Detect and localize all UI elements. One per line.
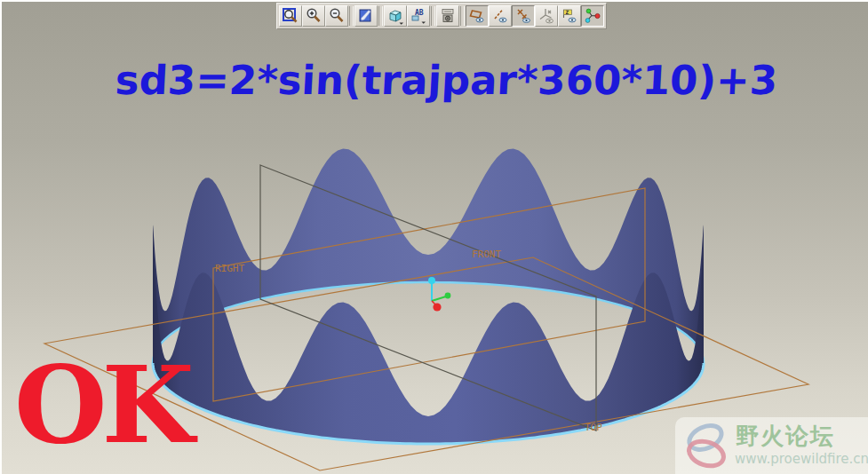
datum-label-top[interactable]: TOP [585,422,602,433]
wildfire-logo-icon [679,419,734,474]
watermark: 野火论坛 www.proewildfire.cn [675,417,868,474]
relation-annotation: sd3=2*sin(trajpar*360*10)+3 [0,57,868,104]
ok-annotation: OK [14,352,189,458]
datum-label-right[interactable]: RIGHT [215,263,244,274]
proe-viewport: AB [0,0,868,474]
datum-label-front[interactable]: FRONT [472,249,501,260]
window-edge-top [0,0,868,2]
watermark-title: 野火论坛 [736,421,835,452]
window-edge-left [0,0,2,474]
crown-surface-back[interactable] [153,149,704,364]
watermark-url: www.proewildfire.cn [735,451,868,467]
